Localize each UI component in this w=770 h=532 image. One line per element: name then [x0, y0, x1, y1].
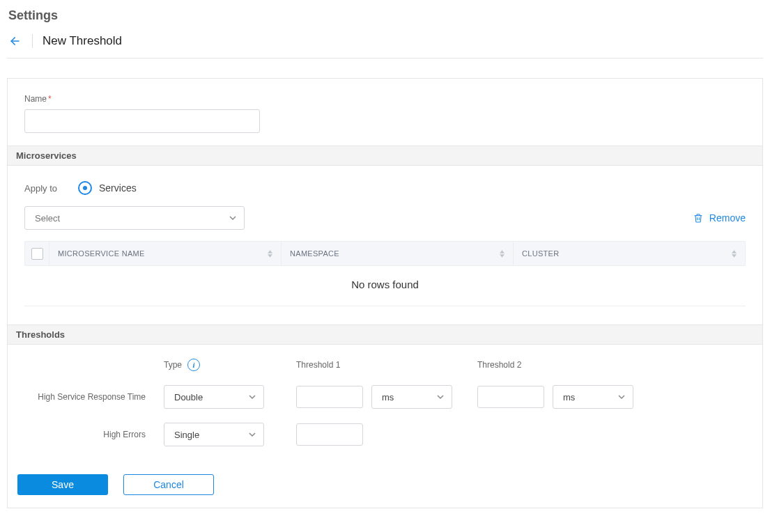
response-time-threshold1-unit[interactable]: ms [371, 385, 452, 409]
row-high-errors-label: High Errors [24, 430, 164, 439]
back-icon[interactable] [8, 34, 22, 48]
name-input[interactable] [24, 109, 260, 133]
microservice-select-value: Select [35, 213, 60, 224]
table-header-cluster[interactable]: CLUSTER [514, 242, 745, 265]
form-panel: Name* Microservices Apply to Services Se… [7, 78, 763, 508]
sort-icon [268, 250, 272, 258]
response-time-threshold1-input[interactable] [296, 386, 363, 408]
apply-to-row: Apply to Services [8, 166, 762, 202]
response-time-threshold2-unit[interactable]: ms [553, 385, 633, 409]
apply-to-radio-services[interactable] [78, 181, 92, 195]
chevron-down-icon [617, 393, 626, 401]
row-response-time-label: High Service Response Time [24, 392, 164, 402]
trash-icon [693, 212, 704, 224]
cancel-button[interactable]: Cancel [123, 474, 214, 495]
apply-to-label: Apply to [24, 183, 57, 194]
sort-icon [732, 250, 737, 258]
thresholds-type-label: Type i [164, 359, 296, 371]
page-title: Settings [8, 8, 763, 23]
microservices-table: MICROSERVICE NAME NAMESPACE CLUSTER [8, 241, 762, 324]
response-time-type-select[interactable]: Double [164, 385, 264, 409]
microservice-select[interactable]: Select [24, 206, 245, 230]
sort-icon [500, 250, 505, 258]
info-icon[interactable]: i [187, 359, 200, 371]
response-time-threshold2-input[interactable] [477, 386, 544, 408]
threshold1-label: Threshold 1 [296, 360, 477, 370]
high-errors-type-select[interactable]: Single [164, 423, 264, 446]
apply-to-radio-services-label: Services [99, 182, 137, 194]
high-errors-threshold1-input[interactable] [296, 423, 363, 446]
checkbox-icon [31, 248, 43, 260]
table-header-namespace[interactable]: NAMESPACE [282, 242, 514, 265]
chevron-down-icon [229, 214, 237, 222]
breadcrumb: New Threshold [7, 31, 763, 58]
table-header-microservice[interactable]: MICROSERVICE NAME [49, 242, 282, 265]
table-empty-message: No rows found [24, 266, 746, 306]
breadcrumb-divider [32, 34, 33, 48]
save-button[interactable]: Save [17, 474, 108, 495]
section-header-thresholds: Thresholds [8, 324, 762, 345]
breadcrumb-current: New Threshold [43, 34, 122, 48]
chevron-down-icon [248, 430, 256, 439]
table-select-all[interactable] [25, 242, 49, 265]
threshold2-label: Threshold 2 [477, 360, 659, 370]
chevron-down-icon [436, 393, 445, 401]
section-header-microservices: Microservices [8, 146, 762, 166]
name-label: Name* [24, 94, 746, 104]
remove-button[interactable]: Remove [693, 212, 746, 224]
chevron-down-icon [248, 393, 256, 401]
